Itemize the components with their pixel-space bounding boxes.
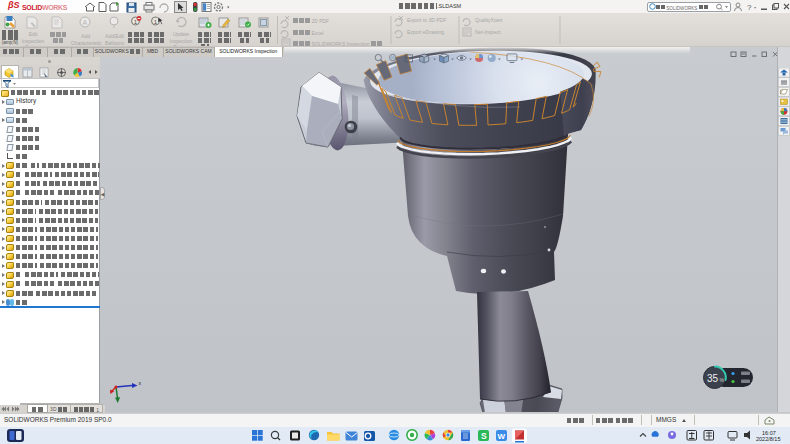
- svg-text:?: ?: [747, 3, 752, 12]
- svg-text:x: x: [139, 380, 142, 386]
- svg-text:A: A: [83, 19, 88, 26]
- svg-text:2022/8/15: 2022/8/15: [756, 436, 780, 442]
- svg-text:S: S: [481, 431, 487, 441]
- svg-text:16:07: 16:07: [762, 430, 776, 436]
- svg-text:W: W: [498, 432, 506, 441]
- svg-text:%: %: [720, 377, 725, 383]
- svg-text:35: 35: [707, 373, 719, 384]
